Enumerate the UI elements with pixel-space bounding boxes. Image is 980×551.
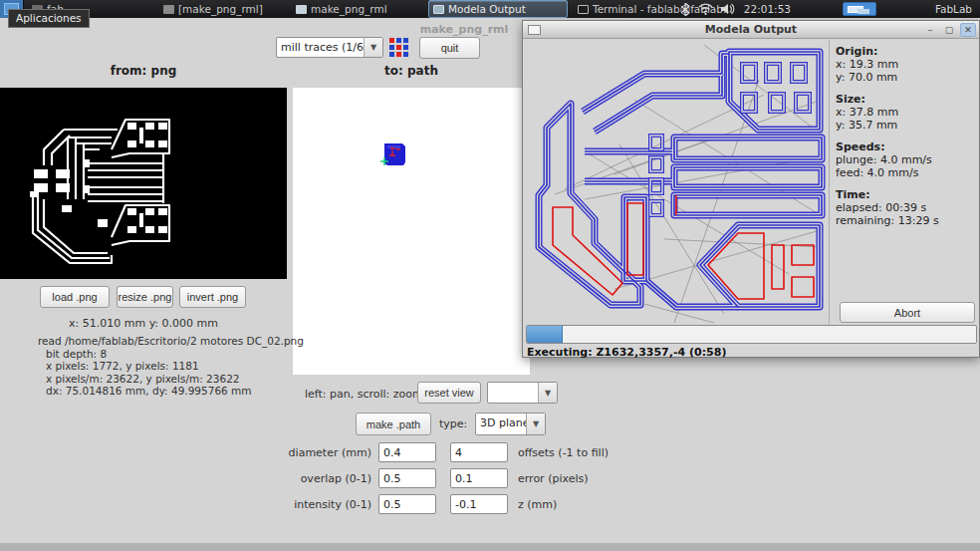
- taskbar-item-modela-output[interactable]: Modela Output: [428, 0, 568, 18]
- taskbar-item-make-png-rml[interactable]: make_png_rml: [292, 0, 391, 18]
- diameter-label: diameter (mm): [239, 446, 371, 459]
- minimize-button[interactable]: –: [922, 23, 938, 37]
- png-preview: [0, 88, 287, 279]
- toolpath-canvas[interactable]: [525, 40, 830, 325]
- chevron-down-icon: ▼: [364, 38, 382, 57]
- z-input[interactable]: [450, 494, 508, 514]
- main-window-title: make_png_rml: [420, 23, 509, 36]
- intensity-input[interactable]: [378, 494, 436, 514]
- type-select-value: 3D plane: [476, 413, 526, 434]
- taskbar-item-label: Modela Output: [448, 3, 526, 15]
- chevron-down-icon: ▼: [526, 413, 545, 434]
- job-info-panel: Origin: x: 19.3 mm y: 70.0 mm Size: x: 3…: [836, 45, 977, 227]
- volume-icon[interactable]: [721, 3, 735, 15]
- to-path-heading: to: path: [293, 64, 530, 78]
- module-select[interactable]: mill traces (1/64) ▼: [276, 37, 383, 58]
- size-y: y: 35.7 mm: [836, 119, 977, 132]
- clock: 22:01:53: [744, 0, 791, 18]
- maximize-button[interactable]: ▢: [941, 23, 957, 37]
- bluetooth-icon[interactable]: [680, 3, 690, 16]
- elapsed-time: elapsed: 00:39 s: [836, 201, 977, 214]
- origin-x: x: 19.3 mm: [836, 58, 977, 71]
- close-button[interactable]: ✕: [960, 23, 976, 37]
- type-label: type:: [439, 417, 467, 430]
- workspace-pane: [858, 9, 869, 14]
- offsets-input[interactable]: [450, 442, 508, 462]
- resize-png-button[interactable]: resize .png: [117, 286, 173, 308]
- window-icon: [433, 5, 444, 14]
- pcb-image: [0, 88, 287, 279]
- png-info-block: read /home/fablab/Escritorio/2 motores D…: [38, 335, 304, 398]
- view-select-value: [488, 383, 538, 403]
- chevron-down-icon: ▼: [538, 383, 557, 403]
- offsets-label: offsets (-1 to fill): [518, 446, 609, 459]
- fab-modules-grid-icon: [388, 37, 410, 63]
- progress-fill: [527, 326, 563, 343]
- error-label: error (pixels): [518, 472, 588, 485]
- view-select[interactable]: ▼: [487, 382, 558, 404]
- size-heading: Size:: [836, 93, 977, 106]
- png-info-line: bit depth: 8: [38, 348, 304, 361]
- time-heading: Time:: [836, 188, 977, 201]
- invert-png-button[interactable]: invert .png: [179, 286, 246, 308]
- feed-speed: feed: 4.0 mm/s: [836, 166, 977, 179]
- modela-output-window: Modela Output – ▢ ✕: [522, 20, 980, 358]
- cursor-readout: x: 51.010 mm y: 0.000 mm: [0, 317, 287, 330]
- type-select[interactable]: 3D plane ▼: [475, 413, 546, 435]
- error-input[interactable]: [450, 468, 508, 488]
- plunge-speed: plunge: 4.0 mm/s: [836, 153, 977, 166]
- overlap-input[interactable]: [378, 468, 436, 488]
- quit-button[interactable]: quit: [419, 37, 480, 59]
- progress-bar: [526, 325, 977, 344]
- diameter-input[interactable]: [378, 442, 436, 462]
- origin-y: y: 70.0 mm: [836, 71, 977, 84]
- abort-button[interactable]: Abort: [840, 302, 975, 323]
- window-icon: [163, 5, 174, 14]
- z-label: z (mm): [518, 498, 557, 511]
- size-x: x: 37.8 mm: [836, 106, 977, 119]
- executing-status: Executing: Z1632,3357,-4 (0:58): [527, 346, 726, 359]
- wifi-icon[interactable]: [698, 3, 713, 15]
- overlap-label: overlap (0-1): [239, 472, 371, 485]
- workspace-switcher[interactable]: [843, 2, 876, 16]
- applications-tooltip: Aplicaciones: [8, 9, 90, 28]
- from-png-heading: from: png: [0, 64, 287, 78]
- module-select-value: mill traces (1/64): [277, 38, 364, 57]
- png-info-line: read /home/fablab/Escritorio/2 motores D…: [38, 335, 304, 348]
- reset-view-button[interactable]: reset view: [417, 382, 481, 404]
- path-canvas[interactable]: [293, 88, 530, 375]
- window-icon: [578, 5, 589, 14]
- taskbar-item-make-png-rml-min[interactable]: [make_png_rml]: [159, 0, 267, 18]
- intensity-label: intensity (0-1): [239, 498, 371, 511]
- png-info-line: dx: 75.014816 mm, dy: 49.995766 mm: [38, 385, 304, 398]
- clock-text: 22:01:53: [744, 3, 791, 15]
- remaining-time: remaining: 13:29 s: [836, 214, 977, 227]
- modela-window-title: Modela Output: [523, 23, 979, 36]
- load-png-button[interactable]: load .png: [40, 286, 110, 308]
- origin-heading: Origin:: [836, 45, 977, 58]
- png-info-line: x pixels: 1772, y pixels: 1181: [38, 360, 304, 373]
- window-bottom-edge: [0, 543, 980, 551]
- taskbar: fab... [make_png_rml] make_png_rml Model…: [0, 0, 980, 18]
- path-preview-blob: [380, 143, 405, 165]
- taskbar-item-label: [make_png_rml]: [178, 3, 263, 15]
- window-icon: [296, 5, 307, 14]
- speeds-heading: Speeds:: [836, 140, 977, 153]
- modela-titlebar[interactable]: Modela Output – ▢ ✕: [523, 21, 979, 39]
- make-path-button[interactable]: make .path: [356, 413, 431, 435]
- png-info-line: x pixels/m: 23622, y pixels/m: 23622: [38, 373, 304, 386]
- view-hint: left: pan, scroll: zoom: [305, 388, 423, 401]
- host-label: FabLab: [935, 0, 972, 18]
- taskbar-item-label: make_png_rml: [311, 3, 387, 15]
